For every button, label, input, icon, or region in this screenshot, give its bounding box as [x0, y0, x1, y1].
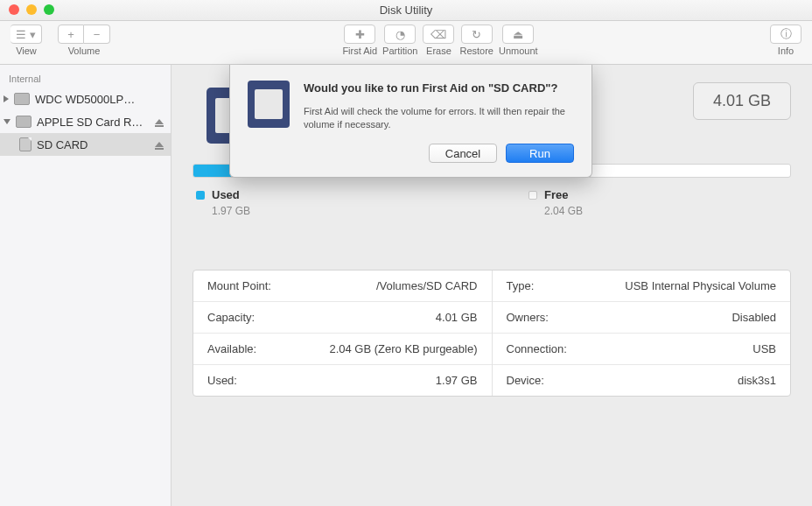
unmount-icon: ⏏ [513, 28, 523, 41]
info-label: Mount Point: [207, 279, 271, 292]
sidebar-header: Internal [0, 70, 171, 88]
legend-used-label: Used [212, 188, 240, 201]
view-button[interactable]: ☰ ▾ [10, 25, 42, 44]
info-label: Capacity: [207, 311, 255, 324]
info-value: USB [752, 342, 776, 355]
legend-free: Free 2.04 GB [528, 188, 791, 217]
sidebar-item-label: WDC WD5000LP… [35, 93, 135, 106]
info-button[interactable]: ⓘ [770, 25, 802, 44]
info-row: Used: 1.97 GB [193, 365, 492, 396]
first-aid-group: ✚ First Aid [342, 25, 377, 56]
info-col-left: Mount Point: /Volumes/SD CARD Capacity: … [193, 271, 493, 396]
sidebar: Internal WDC WD5000LP… APPLE SD Card R… … [0, 65, 172, 506]
erase-button[interactable]: ⌫ [423, 25, 454, 44]
view-group: ☰ ▾ View [10, 25, 42, 56]
sidebar-item-label: APPLE SD Card R… [37, 116, 143, 129]
volume-add-icon: + [67, 28, 74, 41]
erase-icon: ⌫ [430, 28, 446, 41]
sd-card-icon [19, 137, 32, 151]
eject-icon[interactable] [155, 142, 164, 147]
info-table: Mount Point: /Volumes/SD CARD Capacity: … [192, 270, 791, 397]
info-row: Owners: Disabled [493, 302, 791, 334]
info-col-right: Type: USB Internal Physical Volume Owner… [493, 271, 791, 396]
capacity-badge: 4.01 GB [693, 82, 791, 120]
info-label: Owners: [507, 311, 549, 324]
zoom-window-button[interactable] [44, 4, 54, 15]
unmount-group: ⏏ Unmount [499, 25, 538, 56]
unmount-button[interactable]: ⏏ [502, 25, 534, 44]
disclosure-triangle-icon[interactable] [4, 119, 10, 124]
info-value: /Volumes/SD CARD [376, 279, 478, 292]
run-button[interactable]: Run [506, 144, 574, 163]
info-label: Info [778, 46, 794, 56]
sidebar-item-apple-sd-reader[interactable]: APPLE SD Card R… [0, 110, 171, 133]
sidebar-item-sd-card[interactable]: SD CARD [0, 133, 171, 156]
legend-free-value: 2.04 GB [544, 205, 791, 217]
disk-icon [16, 116, 32, 128]
volume-group: + − Volume [58, 25, 110, 56]
swatch-free [528, 191, 537, 200]
first-aid-icon: ✚ [355, 28, 365, 41]
volume-add-button[interactable]: + [58, 25, 84, 44]
sidebar-item-wdc[interactable]: WDC WD5000LP… [0, 88, 171, 110]
info-label: Available: [207, 342, 256, 355]
info-row: Device: disk3s1 [493, 365, 791, 396]
info-label: Type: [507, 279, 535, 292]
close-window-button[interactable] [9, 4, 19, 15]
info-icon: ⓘ [780, 26, 792, 42]
disclosure-triangle-icon[interactable] [4, 95, 9, 102]
dialog-title: Would you like to run First Aid on "SD C… [304, 81, 574, 96]
partition-icon: ◔ [396, 28, 405, 41]
cancel-button[interactable]: Cancel [429, 144, 497, 163]
info-value: 1.97 GB [436, 374, 478, 387]
unmount-label: Unmount [499, 46, 538, 56]
partition-button[interactable]: ◔ [384, 25, 416, 44]
info-value: Disabled [732, 311, 776, 324]
erase-label: Erase [426, 46, 452, 56]
info-row: Type: USB Internal Physical Volume [493, 271, 791, 302]
toolbar: ☰ ▾ View + − Volume ✚ First Aid ◔ Partit… [0, 21, 812, 65]
legend-used: Used 1.97 GB [196, 188, 458, 217]
disk-icon [14, 93, 30, 105]
info-label: Connection: [507, 342, 567, 355]
usage-legend: Used 1.97 GB Free 2.04 GB [192, 188, 791, 217]
info-label: Used: [207, 374, 237, 387]
partition-group: ◔ Partition [382, 25, 417, 56]
info-label: Device: [507, 374, 544, 387]
view-label: View [16, 46, 37, 56]
restore-button[interactable]: ↻ [461, 25, 493, 44]
minimize-window-button[interactable] [26, 4, 37, 15]
info-value: 4.01 GB [436, 311, 478, 324]
partition-label: Partition [382, 46, 417, 56]
legend-used-value: 1.97 GB [212, 205, 458, 217]
info-value: disk3s1 [738, 374, 776, 387]
info-row: Available: 2.04 GB (Zero KB purgeable) [193, 334, 492, 365]
info-row: Mount Point: /Volumes/SD CARD [193, 271, 492, 302]
info-group: ⓘ Info [770, 25, 802, 56]
info-value: 2.04 GB (Zero KB purgeable) [329, 342, 477, 355]
swatch-used [196, 191, 205, 200]
info-row: Capacity: 4.01 GB [193, 302, 492, 334]
erase-group: ⌫ Erase [423, 25, 454, 56]
volume-remove-button[interactable]: − [84, 25, 110, 44]
info-row: Connection: USB [493, 334, 791, 365]
first-aid-label: First Aid [342, 46, 377, 56]
restore-label: Restore [459, 46, 494, 56]
title-bar: Disk Utility [0, 0, 812, 21]
first-aid-dialog: Would you like to run First Aid on "SD C… [229, 65, 592, 178]
restore-group: ↻ Restore [459, 25, 494, 56]
info-value: USB Internal Physical Volume [625, 279, 776, 292]
window-controls [9, 4, 54, 15]
window-title: Disk Utility [380, 4, 433, 17]
eject-icon[interactable] [155, 119, 164, 124]
sd-card-icon [248, 81, 290, 128]
restore-icon: ↻ [472, 28, 481, 41]
sidebar-item-label: SD CARD [37, 138, 88, 151]
volume-label: Volume [68, 46, 101, 56]
dialog-description: First Aid will check the volume for erro… [304, 105, 574, 132]
legend-free-label: Free [544, 188, 568, 201]
sidebar-icon: ☰ ▾ [16, 28, 36, 41]
volume-remove-icon: − [94, 28, 101, 41]
first-aid-button[interactable]: ✚ [344, 25, 375, 44]
